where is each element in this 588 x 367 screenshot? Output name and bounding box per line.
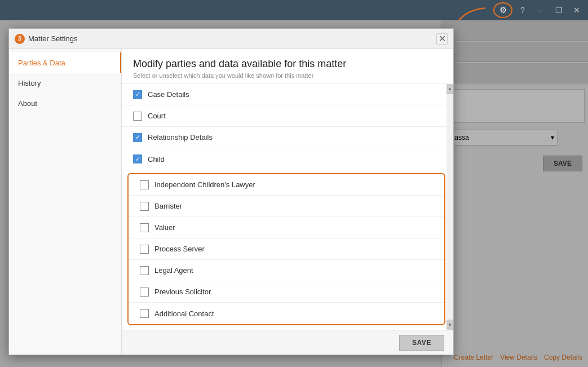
scroll-down-arrow[interactable]: ▼ [446, 320, 453, 330]
checkbox-court[interactable] [133, 112, 142, 121]
check-item-relationship-details: Relationship Details [122, 127, 446, 148]
check-label-previous-solicitor: Previous Solicitor [154, 288, 211, 296]
check-item-legal-agent: Legal Agent [129, 260, 444, 281]
checkbox-legal-agent[interactable] [140, 266, 149, 275]
modal-nav: Parties & Data History About [9, 49, 122, 355]
check-label-barrister: Barrister [154, 202, 182, 210]
check-item-previous-solicitor: Previous Solicitor [129, 281, 444, 303]
check-label-independent-childrens-lawyer: Independent Children's Lawyer [154, 180, 255, 189]
modal-footer: SAVE [122, 330, 453, 355]
app-logo: S [15, 34, 25, 44]
content-title: Modify parties and data available for th… [133, 58, 442, 70]
minimize-button[interactable]: – [532, 2, 550, 18]
nav-item-history[interactable]: History [9, 73, 121, 93]
checkbox-additional-contact[interactable] [140, 309, 149, 318]
check-item-additional-contact: Additional Contact [129, 303, 444, 324]
content-header: Modify parties and data available for th… [122, 49, 453, 84]
checklist-ungrouped: Case Details Court Relationship Details [122, 84, 453, 170]
scroll-up-arrow[interactable]: ▲ [446, 84, 453, 94]
orange-group-container: Independent Children's Lawyer Barrister … [127, 173, 445, 325]
check-label-court: Court [148, 112, 166, 120]
check-label-child: Child [148, 155, 165, 163]
close-button[interactable]: ✕ [568, 2, 586, 18]
check-item-process-server: Process Server [129, 238, 444, 260]
modal-title-label: Matter Settings [28, 34, 77, 43]
nav-item-parties[interactable]: Parties & Data [9, 52, 121, 73]
check-label-additional-contact: Additional Contact [154, 309, 214, 318]
content-scroll-area[interactable]: ▲ ▼ Case Details Court [122, 84, 453, 330]
modal-title-group: S Matter Settings [15, 34, 77, 44]
app-titlebar: ⚙ ? – ❐ ✕ [0, 0, 588, 20]
save-button[interactable]: SAVE [399, 335, 444, 351]
checkbox-process-server[interactable] [140, 245, 149, 254]
check-label-case-details: Case Details [148, 90, 189, 99]
modal-main-content: Modify parties and data available for th… [122, 49, 453, 355]
gear-button[interactable]: ⚙ [493, 2, 512, 18]
content-subtitle: Select or unselect which data you would … [133, 72, 442, 79]
check-item-child: Child [122, 148, 446, 170]
check-item-court: Court [122, 105, 446, 127]
check-item-barrister: Barrister [129, 196, 444, 217]
scrollbar-track: ▲ ▼ [446, 84, 453, 330]
check-item-valuer: Valuer [129, 217, 444, 238]
checkbox-previous-solicitor[interactable] [140, 288, 149, 297]
check-label-valuer: Valuer [154, 223, 175, 232]
nav-item-about[interactable]: About [9, 93, 121, 113]
matter-settings-modal: S Matter Settings ✕ Parties & Data Histo… [8, 28, 454, 355]
check-item-case-details: Case Details [122, 84, 446, 105]
checkbox-child[interactable] [133, 154, 142, 163]
checkbox-barrister[interactable] [140, 202, 149, 211]
check-item-independent-childrens-lawyer: Independent Children's Lawyer [129, 174, 444, 196]
modal-body: Parties & Data History About Modify part… [9, 49, 453, 355]
check-label-legal-agent: Legal Agent [154, 266, 193, 275]
modal-titlebar: S Matter Settings ✕ [9, 29, 453, 49]
check-label-relationship-details: Relationship Details [148, 133, 213, 142]
checkbox-valuer[interactable] [140, 223, 149, 232]
restore-button[interactable]: ❐ [550, 2, 568, 18]
checkbox-relationship-details[interactable] [133, 133, 142, 142]
help-button[interactable]: ? [514, 2, 532, 18]
checkbox-case-details[interactable] [133, 90, 142, 99]
modal-close-button[interactable]: ✕ [436, 33, 448, 45]
checkbox-independent-childrens-lawyer[interactable] [140, 180, 149, 189]
check-label-process-server: Process Server [154, 245, 205, 253]
